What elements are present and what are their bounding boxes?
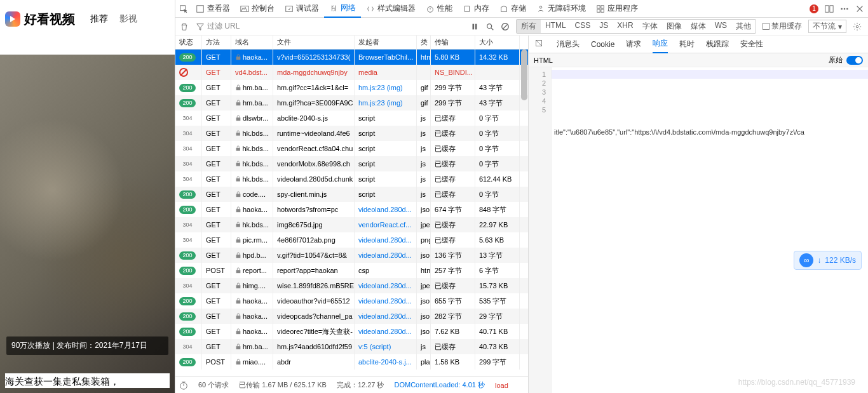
status-requests: 60 个请求 bbox=[198, 380, 229, 390]
devtools-tab-1[interactable]: 控制台 bbox=[235, 0, 280, 18]
devtools-tab-4[interactable]: 样式编辑器 bbox=[361, 0, 421, 18]
raw-label: 原始 bbox=[829, 55, 843, 65]
network-row[interactable]: 200GEThm.ba...hm.gif?hca=3E009FA9Chm.js:… bbox=[175, 95, 528, 110]
network-row[interactable]: 200GEThaoka...hotwords?sfrom=pcvideoland… bbox=[175, 202, 528, 217]
network-row[interactable]: 200GEThaoka...v?vid=6551253134733(Browse… bbox=[175, 50, 528, 65]
type-filter-图像[interactable]: 图像 bbox=[662, 20, 686, 33]
download-speed-badge[interactable]: ∞ ↓ 122 KB/s bbox=[794, 251, 862, 270]
network-row[interactable]: GETvd4.bdst...mda-mggdchuwq9njbymediaNS_… bbox=[175, 65, 528, 80]
perf-icon[interactable] bbox=[179, 381, 188, 390]
svg-rect-17 bbox=[475, 23, 477, 29]
blocked-icon bbox=[179, 68, 188, 77]
kebab-icon[interactable] bbox=[840, 4, 849, 13]
raw-toggle[interactable] bbox=[846, 56, 863, 65]
col-file[interactable]: 文件 bbox=[273, 36, 355, 49]
svg-rect-32 bbox=[236, 239, 241, 243]
devtools-tab-8[interactable]: 无障碍环境 bbox=[531, 0, 591, 18]
block-icon[interactable] bbox=[501, 22, 510, 31]
nav-film[interactable]: 影视 bbox=[119, 13, 137, 25]
network-row[interactable]: 200GEThaoka...videopcads?channel_pavideo… bbox=[175, 309, 528, 324]
detail-tab-2[interactable]: 请求 bbox=[626, 36, 641, 53]
scrollbar[interactable] bbox=[520, 50, 528, 376]
col-method[interactable]: 方法 bbox=[202, 36, 231, 49]
network-table-panel: 状态 方法 域名 文件 发起者 类 传输 大小 200GEThaoka...v?… bbox=[175, 36, 529, 393]
devtools-tab-5[interactable]: 性能 bbox=[421, 0, 458, 18]
network-row[interactable]: 200GEThaoka...videoauthor?vid=65512video… bbox=[175, 293, 528, 309]
col-domain[interactable]: 域名 bbox=[231, 36, 273, 49]
col-initiator[interactable]: 发起者 bbox=[355, 36, 417, 49]
devtools-tab-0[interactable]: 查看器 bbox=[191, 0, 235, 18]
network-row[interactable]: 304GEThk.bds...vendorReact.cf8a04.chuscr… bbox=[175, 141, 528, 156]
chevron-down-icon: ▾ bbox=[838, 22, 842, 31]
disable-cache-checkbox[interactable]: 禁用缓存 bbox=[763, 21, 802, 32]
network-row[interactable]: 304GEThimg....wise.1.899fd826.mB5REvideo… bbox=[175, 278, 528, 293]
error-count-badge[interactable]: 1 bbox=[810, 4, 818, 13]
col-transferred[interactable]: 传输 bbox=[431, 36, 475, 49]
col-status[interactable]: 状态 bbox=[175, 36, 202, 49]
website-panel: 好看视频 推荐 影视 90万次播放 | 发布时间：2021年7月17日 海关查获… bbox=[0, 0, 175, 393]
network-row[interactable]: 200GEThm.ba...hm.gif?cc=1&ck=1&cl=hm.js:… bbox=[175, 80, 528, 95]
nav-recommend[interactable]: 推荐 bbox=[90, 13, 108, 25]
network-row[interactable]: 200GEThaoka...videorec?title=海关查获-videol… bbox=[175, 324, 528, 339]
type-filter-XHR[interactable]: XHR bbox=[613, 20, 637, 33]
speed-text: 122 KB/s bbox=[825, 256, 856, 265]
devtools-tab-3[interactable]: 网络 bbox=[324, 0, 361, 18]
close-detail-icon[interactable] bbox=[532, 39, 545, 49]
detail-tab-0[interactable]: 消息头 bbox=[557, 36, 580, 53]
svg-rect-31 bbox=[236, 224, 240, 227]
detail-tab-6[interactable]: 安全性 bbox=[740, 36, 763, 53]
network-row[interactable]: 304GEThk.bds...img8c675d.jpgvendorReact.… bbox=[175, 217, 528, 232]
type-filter-CSS[interactable]: CSS bbox=[571, 20, 595, 33]
video-player[interactable]: 90万次播放 | 发布时间：2021年7月17日 海关查获一集走私集装箱， bbox=[0, 55, 175, 393]
col-size[interactable]: 大小 bbox=[475, 36, 520, 49]
svg-rect-25 bbox=[236, 133, 240, 136]
filter-input[interactable]: 过滤 URL bbox=[193, 21, 240, 32]
network-row[interactable]: 304GETpic.rm...4e866f7012ab.pngvideoland… bbox=[175, 232, 528, 248]
network-row[interactable]: 304GETdlswbr...abclite-2040-s.jsscriptjs… bbox=[175, 110, 528, 126]
devtools-tab-6[interactable]: 内存 bbox=[458, 0, 494, 18]
response-sub-bar: HTML 原始 bbox=[529, 53, 868, 67]
scrollbar-thumb[interactable] bbox=[521, 50, 527, 100]
network-row[interactable]: 200POSTmiao....abdrabclite-2040-s.j...pl… bbox=[175, 354, 528, 370]
network-row[interactable]: 200POSTreport...report?app=haokancsphtm2… bbox=[175, 263, 528, 278]
detail-tab-5[interactable]: 栈跟踪 bbox=[706, 36, 729, 53]
network-status-bar: 60 个请求 已传输 1.67 MB / 625.17 KB 完成：12.27 … bbox=[175, 376, 528, 393]
element-picker-icon[interactable] bbox=[179, 4, 188, 13]
throttle-select[interactable]: 不节流▾ bbox=[808, 20, 846, 33]
close-devtools-icon[interactable] bbox=[855, 4, 864, 13]
response-body[interactable]: 12345 itle":"\u6807\u6e85","url":"https:… bbox=[529, 67, 868, 393]
type-filter-JS[interactable]: JS bbox=[595, 20, 613, 33]
type-filter-字体[interactable]: 字体 bbox=[638, 20, 662, 33]
gear-icon[interactable] bbox=[853, 22, 862, 31]
svg-rect-1 bbox=[197, 5, 204, 12]
detail-tab-3[interactable]: 响应 bbox=[653, 36, 668, 53]
col-type[interactable]: 类 bbox=[417, 36, 431, 49]
detail-tab-4[interactable]: 耗时 bbox=[679, 36, 695, 53]
network-row[interactable]: 304GEThm.ba...hm.js?4aadd610dfd2f59v:5 (… bbox=[175, 339, 528, 354]
site-logo[interactable]: 好看视频 bbox=[5, 11, 75, 28]
network-row[interactable]: 304GEThk.bds...videoland.280d5d.chunkscr… bbox=[175, 171, 528, 187]
devtools-tab-9[interactable]: 应用程序 bbox=[591, 0, 643, 18]
clear-button[interactable] bbox=[175, 22, 193, 31]
svg-rect-29 bbox=[236, 194, 241, 197]
status-load: load bbox=[495, 382, 508, 389]
devtools-tab-2[interactable]: 调试器 bbox=[280, 0, 324, 18]
pause-icon[interactable] bbox=[470, 22, 479, 31]
type-filter-媒体[interactable]: 媒体 bbox=[686, 20, 710, 33]
type-filter-HTML[interactable]: HTML bbox=[541, 20, 571, 33]
type-filter-其他[interactable]: 其他 bbox=[731, 20, 756, 33]
status-finish: 完成：12.27 秒 bbox=[337, 380, 384, 390]
svg-rect-9 bbox=[597, 9, 600, 11]
devtools-toolbar: 查看器控制台调试器网络样式编辑器性能内存存储无障碍环境应用程序 1 bbox=[175, 0, 868, 18]
network-row[interactable]: 304GEThk.bds...runtime~videoland.4fe6scr… bbox=[175, 126, 528, 141]
network-row[interactable]: 200GEThpd.b...v.gif?tid=10547&ct=8&video… bbox=[175, 248, 528, 263]
dock-icon[interactable] bbox=[825, 4, 834, 13]
network-row[interactable]: 200GETcode....spy-client.min.jsscriptjs已… bbox=[175, 187, 528, 202]
search-icon[interactable] bbox=[485, 22, 494, 31]
type-filter-WS[interactable]: WS bbox=[710, 20, 731, 33]
devtools-tab-7[interactable]: 存储 bbox=[494, 0, 531, 18]
network-row[interactable]: 304GEThk.bds...vendorMobx.68e998.chscrip… bbox=[175, 156, 528, 171]
type-filter-所有[interactable]: 所有 bbox=[517, 20, 541, 33]
detail-tab-1[interactable]: Cookie bbox=[591, 36, 614, 53]
svg-rect-27 bbox=[236, 163, 240, 166]
